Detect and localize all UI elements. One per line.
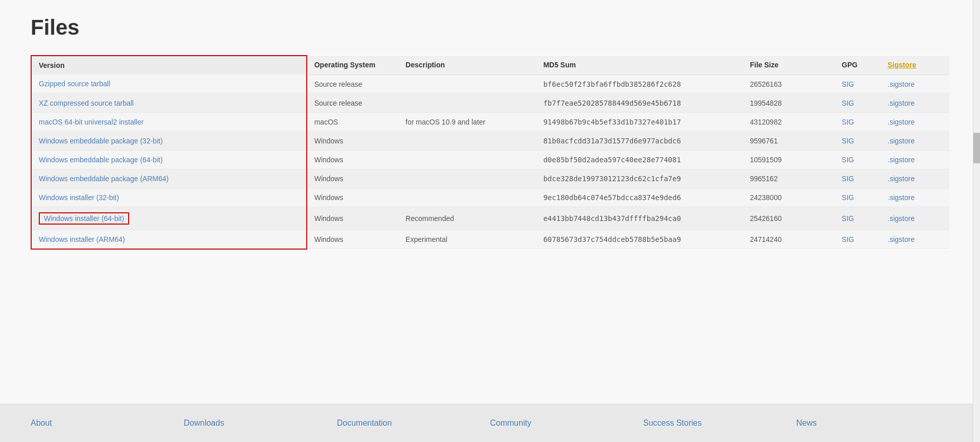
md5-cell: e4413bb7448cd13b437dffffba294ca0 bbox=[536, 207, 743, 230]
version-column-header: Version bbox=[31, 56, 307, 75]
gpg-cell: SIG bbox=[835, 207, 880, 230]
version-cell: Windows installer (ARM64) bbox=[31, 230, 307, 249]
page-title: Files bbox=[31, 15, 949, 40]
scrollbar-thumb[interactable] bbox=[973, 133, 980, 163]
os-cell: macOS bbox=[307, 112, 399, 131]
gpg-cell: SIG bbox=[835, 230, 880, 249]
scrollbar-track[interactable] bbox=[973, 0, 980, 442]
files-table: Version Operating System Description MD5… bbox=[31, 55, 949, 250]
sigstore-link[interactable]: .sigstore bbox=[888, 118, 915, 126]
table-row: macOS 64-bit universal2 installermacOSfo… bbox=[31, 112, 949, 131]
version-link[interactable]: Windows installer (64-bit) bbox=[44, 214, 124, 223]
version-cell: Windows embeddable package (32-bit) bbox=[31, 131, 307, 150]
table-row: XZ compressed source tarballSource relea… bbox=[31, 93, 949, 112]
version-link[interactable]: XZ compressed source tarball bbox=[39, 99, 134, 107]
sig-link[interactable]: SIG bbox=[842, 80, 854, 88]
md5-cell: 81b0acfcdd31a73d1577d6e977acbdc6 bbox=[536, 131, 743, 150]
os-cell: Source release bbox=[307, 93, 399, 112]
version-cell: Gzipped source tarball bbox=[31, 75, 307, 93]
os-cell: Windows bbox=[307, 188, 399, 207]
sigstore-link[interactable]: .sigstore bbox=[888, 175, 915, 183]
sigstore-cell: .sigstore bbox=[880, 207, 949, 230]
filesize-cell: 9965162 bbox=[743, 169, 835, 188]
footer-link-downloads[interactable]: Downloads bbox=[184, 419, 224, 427]
os-column-header: Operating System bbox=[307, 56, 399, 75]
footer-col-community: Community bbox=[490, 419, 643, 428]
description-cell bbox=[399, 188, 536, 207]
os-cell: Windows bbox=[307, 131, 399, 150]
version-cell: Windows embeddable package (ARM64) bbox=[31, 169, 307, 188]
filesize-cell: 25426160 bbox=[743, 207, 835, 230]
sig-link[interactable]: SIG bbox=[842, 156, 854, 164]
footer-link-about[interactable]: About bbox=[31, 419, 52, 427]
sig-link[interactable]: SIG bbox=[842, 235, 854, 243]
sigstore-link[interactable]: .sigstore bbox=[888, 99, 915, 107]
sigstore-cell: .sigstore bbox=[880, 188, 949, 207]
md5-column-header: MD5 Sum bbox=[536, 56, 743, 75]
version-link[interactable]: Windows installer (32-bit) bbox=[39, 193, 119, 202]
sigstore-cell: .sigstore bbox=[880, 150, 949, 169]
version-cell: XZ compressed source tarball bbox=[31, 93, 307, 112]
sig-link[interactable]: SIG bbox=[842, 137, 854, 145]
version-link[interactable]: Windows embeddable package (64-bit) bbox=[39, 156, 163, 164]
description-cell bbox=[399, 75, 536, 93]
gpg-column-header: GPG bbox=[835, 56, 880, 75]
table-row: Windows embeddable package (32-bit)Windo… bbox=[31, 131, 949, 150]
main-content: Files Version Operating System Descripti… bbox=[0, 0, 980, 404]
sigstore-cell: .sigstore bbox=[880, 131, 949, 150]
sigstore-cell: .sigstore bbox=[880, 112, 949, 131]
footer-link-community[interactable]: Community bbox=[490, 419, 531, 427]
description-cell: for macOS 10.9 and later bbox=[399, 112, 536, 131]
sigstore-link[interactable]: .sigstore bbox=[888, 193, 915, 202]
description-cell bbox=[399, 169, 536, 188]
footer-link-news[interactable]: News bbox=[796, 419, 817, 427]
sig-link[interactable]: SIG bbox=[842, 118, 854, 126]
footer-link-documentation[interactable]: Documentation bbox=[337, 419, 392, 427]
sig-link[interactable]: SIG bbox=[842, 175, 854, 183]
sigstore-cell: .sigstore bbox=[880, 75, 949, 93]
description-cell: Recommended bbox=[399, 207, 536, 230]
gpg-cell: SIG bbox=[835, 131, 880, 150]
table-row: Windows installer (32-bit)Windows9ec180d… bbox=[31, 188, 949, 207]
sigstore-link[interactable]: .sigstore bbox=[888, 80, 915, 88]
version-cell: Windows installer (32-bit) bbox=[31, 188, 307, 207]
filesize-column-header: File Size bbox=[743, 56, 835, 75]
md5-cell: fb7f7eae520285788449d569e45b6718 bbox=[536, 93, 743, 112]
os-cell: Source release bbox=[307, 75, 399, 93]
version-cell: macOS 64-bit universal2 installer bbox=[31, 112, 307, 131]
sigstore-link[interactable]: .sigstore bbox=[888, 156, 915, 164]
footer-nav: About Downloads Documentation Community … bbox=[31, 419, 949, 428]
sigstore-link[interactable]: .sigstore bbox=[888, 137, 915, 145]
version-link[interactable]: Windows embeddable package (ARM64) bbox=[39, 175, 168, 183]
version-link[interactable]: macOS 64-bit universal2 installer bbox=[39, 118, 143, 126]
os-cell: Windows bbox=[307, 169, 399, 188]
description-cell bbox=[399, 131, 536, 150]
version-link[interactable]: Windows installer (ARM64) bbox=[39, 235, 125, 243]
footer: About Downloads Documentation Community … bbox=[0, 404, 980, 442]
md5-cell: bdce328de19973012123dc62c1cfa7e9 bbox=[536, 169, 743, 188]
version-link[interactable]: Gzipped source tarball bbox=[39, 80, 110, 88]
version-link[interactable]: Windows embeddable package (32-bit) bbox=[39, 137, 163, 145]
filesize-cell: 43120982 bbox=[743, 112, 835, 131]
md5-cell: 91498b67b9c4b5ef33d1b7327e401b17 bbox=[536, 112, 743, 131]
gpg-cell: SIG bbox=[835, 169, 880, 188]
md5-cell: 60785673d37c754ddceb5788b5e5baa9 bbox=[536, 230, 743, 249]
sigstore-link[interactable]: .sigstore bbox=[888, 235, 915, 243]
sig-link[interactable]: SIG bbox=[842, 99, 854, 107]
gpg-cell: SIG bbox=[835, 188, 880, 207]
table-row: Windows embeddable package (64-bit)Windo… bbox=[31, 150, 949, 169]
table-row: Windows embeddable package (ARM64)Window… bbox=[31, 169, 949, 188]
footer-col-documentation: Documentation bbox=[337, 419, 490, 428]
gpg-cell: SIG bbox=[835, 150, 880, 169]
sig-link[interactable]: SIG bbox=[842, 193, 854, 202]
footer-link-success-stories[interactable]: Success Stories bbox=[643, 419, 702, 427]
sig-link[interactable]: SIG bbox=[842, 214, 854, 223]
description-cell bbox=[399, 93, 536, 112]
filesize-cell: 24714240 bbox=[743, 230, 835, 249]
os-cell: Windows bbox=[307, 207, 399, 230]
sigstore-link[interactable]: .sigstore bbox=[888, 214, 915, 223]
footer-col-downloads: Downloads bbox=[184, 419, 337, 428]
md5-cell: bf6ec50f2f3bfa6ffbdb385286f2c628 bbox=[536, 75, 743, 93]
description-cell bbox=[399, 150, 536, 169]
footer-col-about: About bbox=[31, 419, 184, 428]
